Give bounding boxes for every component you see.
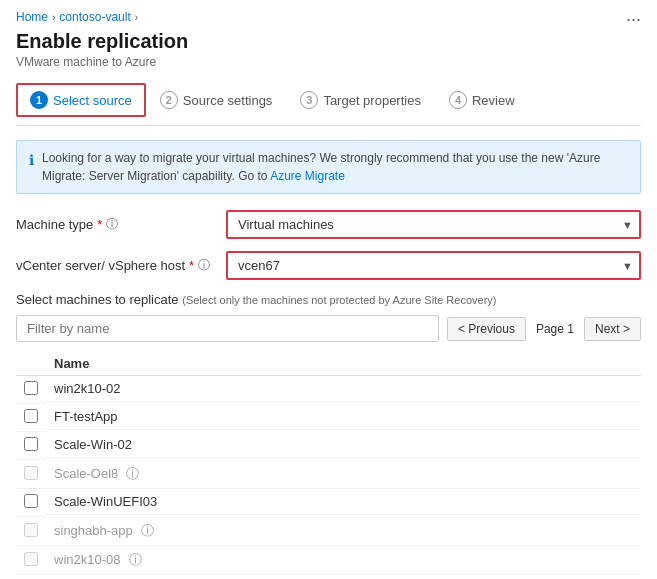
machine-checkbox[interactable] [24, 523, 38, 537]
machine-checkbox[interactable] [24, 437, 38, 451]
machine-info-icon[interactable]: ⓘ [129, 551, 142, 569]
step-label-4: Review [472, 93, 515, 108]
table-row: win2k10-02 [16, 376, 641, 404]
vcenter-dropdown-wrapper: vcen67 ▼ [226, 251, 641, 280]
machine-info-icon[interactable]: ⓘ [141, 522, 154, 540]
vcenter-dropdown[interactable]: vcen67 [226, 251, 641, 280]
step-review[interactable]: 4 Review [435, 83, 529, 117]
machine-name: singhabh-appⓘ [46, 517, 641, 546]
breadcrumb-vault[interactable]: contoso-vault [59, 10, 130, 24]
table-row: Scale-Win-02 [16, 432, 641, 460]
more-button[interactable]: ... [626, 6, 641, 24]
machines-section-title: Select machines to replicate (Select onl… [16, 292, 641, 307]
info-banner: ℹ Looking for a way to migrate your virt… [16, 140, 641, 194]
machine-checkbox[interactable] [24, 494, 38, 508]
machine-name: win2k10-08ⓘ [46, 546, 641, 575]
steps-bar: 1 Select source 2 Source settings 3 Targ… [16, 83, 641, 126]
step-label-3: Target properties [323, 93, 421, 108]
machine-name: FT-testApp [46, 404, 641, 430]
machine-type-row: Machine type * ⓘ Virtual machines ▼ [16, 210, 641, 239]
step-num-2: 2 [160, 91, 178, 109]
breadcrumb: Home › contoso-vault › [16, 10, 641, 24]
step-target-properties[interactable]: 3 Target properties [286, 83, 435, 117]
machine-name: Scale-WinUEFI03 [46, 489, 641, 515]
step-num-4: 4 [449, 91, 467, 109]
breadcrumb-sep2: › [135, 12, 138, 23]
col-name: Name [46, 352, 641, 376]
machine-type-dropdown[interactable]: Virtual machines [226, 210, 641, 239]
machine-type-dropdown-wrapper: Virtual machines ▼ [226, 210, 641, 239]
info-banner-icon: ℹ [29, 150, 34, 171]
machine-name: win2k10-02 [46, 376, 641, 402]
machine-name: frhel08ⓘ [46, 575, 641, 580]
vcenter-required-marker: * [189, 258, 194, 273]
step-label-1: Select source [53, 93, 132, 108]
page-info: Page 1 [530, 322, 580, 336]
step-num-3: 3 [300, 91, 318, 109]
step-num-1: 1 [30, 91, 48, 109]
table-row: Scale-WinUEFI03 [16, 489, 641, 517]
pagination: < Previous Page 1 Next > [447, 317, 641, 341]
machine-type-label: Machine type * ⓘ [16, 216, 216, 233]
machines-table: Name win2k10-02FT-testAppScale-Win-02Sca… [16, 352, 641, 579]
machine-checkbox[interactable] [24, 466, 38, 480]
required-marker: * [97, 217, 102, 232]
table-row: singhabh-appⓘ [16, 517, 641, 546]
machine-checkbox[interactable] [24, 409, 38, 423]
vcenter-info-icon[interactable]: ⓘ [198, 257, 210, 274]
previous-page-button[interactable]: < Previous [447, 317, 526, 341]
table-row: frhel08ⓘ [16, 575, 641, 580]
filter-row: < Previous Page 1 Next > [16, 315, 641, 342]
step-select-source[interactable]: 1 Select source [16, 83, 146, 117]
table-row: win2k10-08ⓘ [16, 546, 641, 575]
col-checkbox [16, 352, 46, 376]
filter-input[interactable] [16, 315, 439, 342]
step-label-2: Source settings [183, 93, 273, 108]
vcenter-row: vCenter server/ vSphere host * ⓘ vcen67 … [16, 251, 641, 280]
next-page-button[interactable]: Next > [584, 317, 641, 341]
azure-migrate-link[interactable]: Azure Migrate [270, 169, 345, 183]
table-row: Scale-Oel8ⓘ [16, 460, 641, 489]
machine-info-icon[interactable]: ⓘ [126, 465, 139, 483]
info-banner-text: Looking for a way to migrate your virtua… [42, 149, 628, 185]
page-title: Enable replication [16, 30, 641, 53]
machine-name: Scale-Oel8ⓘ [46, 460, 641, 489]
machine-checkbox[interactable] [24, 552, 38, 566]
step-source-settings[interactable]: 2 Source settings [146, 83, 287, 117]
breadcrumb-home[interactable]: Home [16, 10, 48, 24]
table-row: FT-testApp [16, 404, 641, 432]
machine-name: Scale-Win-02 [46, 432, 641, 458]
machine-type-info-icon[interactable]: ⓘ [106, 216, 118, 233]
page-subtitle: VMware machine to Azure [16, 55, 641, 69]
breadcrumb-sep1: › [52, 12, 55, 23]
vcenter-label: vCenter server/ vSphere host * ⓘ [16, 257, 216, 274]
machine-checkbox[interactable] [24, 381, 38, 395]
